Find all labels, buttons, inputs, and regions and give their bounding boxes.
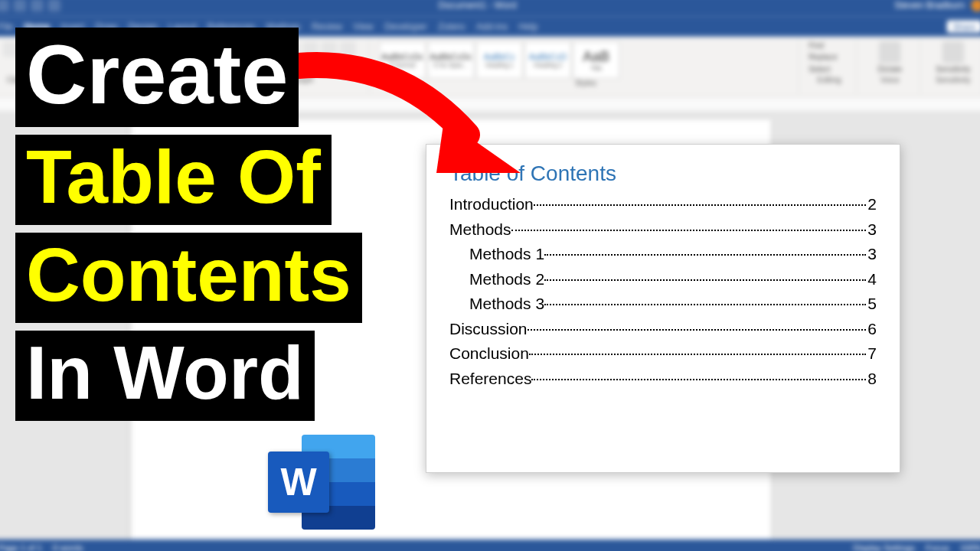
style-normal[interactable]: AaBbCcDc¶ Normal — [379, 41, 426, 79]
quick-access-toolbar[interactable] — [0, 0, 60, 11]
toc-entry-page: 3 — [867, 242, 877, 267]
redo-icon[interactable] — [48, 0, 60, 11]
toc-entry-page: 7 — [867, 341, 877, 367]
replace-button[interactable]: Replace — [808, 53, 837, 61]
toc-entry-label: Methods 1 — [469, 242, 544, 267]
toc-entry[interactable]: Introduction 2 — [449, 192, 877, 217]
styles-gallery[interactable]: AaBbCcDc¶ Normal AaBbCcDc¶ No Spac... Aa… — [379, 41, 792, 79]
autosave-toggle[interactable] — [0, 0, 9, 11]
toc-leader-dots — [529, 354, 866, 355]
toc-entry-label: Introduction — [449, 192, 534, 217]
tab-zotero[interactable]: Zotero — [438, 21, 465, 31]
toc-entry-page: 2 — [867, 192, 877, 217]
toc-entry-page: 3 — [867, 217, 877, 243]
style-nospacing[interactable]: AaBbCcDc¶ No Spac... — [427, 41, 474, 79]
group-voice: Dictate Voice — [860, 40, 920, 93]
toc-entry[interactable]: References 8 — [449, 367, 877, 392]
toc-entry[interactable]: Methods 1 3 — [449, 242, 877, 267]
tab-help[interactable]: Help — [518, 21, 537, 31]
avatar[interactable] — [971, 0, 980, 11]
toc-entry[interactable]: Discussion 6 — [449, 317, 877, 342]
group-label: Voice — [867, 76, 913, 84]
focus-mode[interactable]: Focus — [926, 543, 949, 551]
toc-entry[interactable]: Methods 2 4 — [449, 267, 877, 292]
toc-leader-dots — [531, 379, 866, 380]
toc-entry-label: Discussion — [449, 317, 528, 342]
sensitivity-icon — [942, 41, 965, 64]
document-title: Document1 - Word — [68, 0, 887, 11]
toc-entry-label: Conclusion — [449, 341, 529, 367]
toc-leader-dots — [534, 204, 867, 206]
thumbnail-text: Create Table Of Contents In Word — [15, 28, 362, 429]
toc-entry-page: 8 — [867, 367, 877, 392]
toc-entry-page: 4 — [867, 267, 877, 292]
select-button[interactable]: Select — [808, 65, 837, 73]
overlay-line4: In Word — [15, 331, 315, 421]
tab-file[interactable]: File — [0, 21, 13, 31]
statusbar: Page 1 of 1 0 words Display Settings Foc… — [0, 540, 980, 551]
toc-entry[interactable]: Methods 3 — [449, 217, 877, 243]
mic-icon — [879, 41, 901, 64]
page-count[interactable]: Page 1 of 1 — [0, 543, 42, 551]
overlay-line3: Contents — [15, 233, 362, 323]
toc-heading: Table of Contents — [449, 161, 877, 186]
tab-addins[interactable]: Add-ins — [476, 21, 508, 31]
toc-entry-label: Methods — [449, 217, 511, 243]
toc-leader-dots — [544, 304, 866, 305]
titlebar: Document1 - Word Steven Bradburn — [0, 0, 980, 16]
toc-list: Introduction 2Methods 3Methods 1 3Method… — [449, 192, 877, 391]
overlay-line2: Table Of — [15, 135, 332, 225]
overlay-line1: Create — [15, 28, 299, 127]
group-styles: AaBbCcDc¶ Normal AaBbCcDc¶ No Spac... Aa… — [373, 40, 799, 93]
toc-leader-dots — [544, 254, 866, 256]
user-name: Steven Bradburn — [894, 0, 965, 11]
sensitivity-button[interactable]: Sensitivity — [929, 41, 976, 73]
toc-entry-page: 5 — [867, 292, 877, 317]
group-label: Sensitivity — [929, 76, 976, 84]
tab-developer[interactable]: Developer — [384, 21, 427, 31]
toc-leader-dots — [544, 279, 866, 281]
toc-card: Table of Contents Introduction 2Methods … — [426, 144, 900, 473]
find-button[interactable]: Find — [808, 41, 837, 50]
toc-entry-page: 6 — [867, 317, 877, 342]
toc-leader-dots — [528, 329, 867, 331]
toc-entry-label: Methods 2 — [469, 267, 544, 292]
share-button[interactable]: Share — [946, 20, 980, 32]
group-label: Styles — [379, 79, 792, 87]
style-title[interactable]: AaBTitle — [573, 41, 619, 79]
toc-leader-dots — [511, 230, 867, 231]
group-sensitivity: Sensitivity Sensitivity — [923, 40, 980, 93]
toc-entry[interactable]: Methods 3 5 — [449, 292, 877, 317]
word-count[interactable]: 0 words — [53, 543, 83, 551]
word-logo-letter: W — [268, 452, 329, 513]
account-area[interactable]: Steven Bradburn — [894, 0, 980, 11]
undo-icon[interactable] — [31, 0, 43, 11]
toc-entry-label: Methods 3 — [469, 292, 544, 317]
toc-entry-label: References — [449, 367, 531, 392]
word-logo: W — [268, 429, 375, 536]
dictate-button[interactable]: Dictate — [867, 41, 913, 73]
display-settings[interactable]: Display Settings — [853, 543, 914, 551]
group-editing: Find Replace Select Editing — [802, 40, 857, 93]
toc-entry[interactable]: Conclusion 7 — [449, 341, 877, 367]
style-heading1[interactable]: AaBbCcHeading 1 — [476, 41, 523, 79]
zoom-level[interactable]: 100% — [960, 543, 980, 551]
group-label: Editing — [808, 76, 850, 84]
style-heading2[interactable]: AaBbCcDHeading 2 — [524, 41, 571, 79]
save-icon[interactable] — [14, 0, 26, 11]
